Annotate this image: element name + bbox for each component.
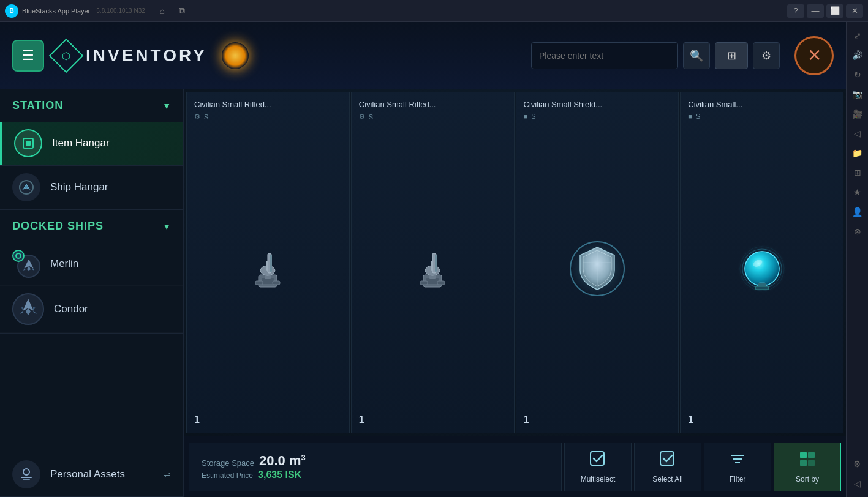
left-sidebar: Station ▼ Item Hangar xyxy=(0,89,184,497)
filter-button[interactable]: ⚙ xyxy=(753,42,780,69)
help-btn[interactable]: ? xyxy=(787,4,804,18)
rs-screenshot-btn[interactable]: 📷 xyxy=(849,86,866,103)
bottom-bar: Storage Space 20.0 m3 Estimated Price 3,… xyxy=(184,436,846,497)
titlebar-nav: ⌂ ⧉ xyxy=(155,4,189,18)
sort-by-label: Sort by xyxy=(796,475,819,484)
filter-button-bottom[interactable]: Filter xyxy=(704,443,771,491)
home-nav-btn[interactable]: ⌂ xyxy=(155,4,170,18)
docked-chevron-icon: ▼ xyxy=(162,222,171,231)
rs-back-btn[interactable]: ◁ xyxy=(849,125,866,142)
rs-layers-btn[interactable]: ⊞ xyxy=(849,164,866,181)
rs-fullscreen-btn[interactable]: ⤢ xyxy=(849,27,866,44)
personal-assets-item[interactable]: Personal Assets ⇌ xyxy=(0,453,183,496)
ship-hangar-item[interactable]: Ship Hangar xyxy=(0,166,183,209)
view-toggle-button[interactable]: ⊞ xyxy=(715,42,748,69)
svg-rect-43 xyxy=(800,460,807,466)
item-meta-icon-3: ■ xyxy=(688,113,692,120)
item-image-2 xyxy=(524,125,671,412)
item-hangar-icon xyxy=(14,129,42,157)
rs-settings-btn[interactable]: ⚙ xyxy=(849,455,866,473)
svg-rect-41 xyxy=(800,452,807,458)
item-name-2: Civilian Small Shield... xyxy=(524,100,671,109)
multiselect-icon xyxy=(589,450,606,471)
storage-info: Storage Space 20.0 m3 Estimated Price 3,… xyxy=(189,443,562,491)
select-all-icon xyxy=(659,450,676,471)
sun-icon xyxy=(222,42,249,69)
station-chevron-icon: ▼ xyxy=(162,101,171,111)
svg-rect-20 xyxy=(435,255,437,272)
multiselect-label: Multiselect xyxy=(581,475,616,484)
svg-rect-36 xyxy=(591,452,604,465)
select-all-button[interactable]: Select All xyxy=(634,443,701,491)
rs-user-btn[interactable]: 👤 xyxy=(849,203,866,220)
titlebar-logo: B BlueStacks App Player 5.8.100.1013 N32 xyxy=(5,4,145,18)
condor-ship-item[interactable]: Condor xyxy=(0,286,183,333)
item-meta-icon-2: ■ xyxy=(524,113,528,120)
menu-button[interactable]: ☰ xyxy=(12,40,44,72)
sort-by-button[interactable]: Sort by xyxy=(774,443,841,491)
rs-cam-btn[interactable]: 🎥 xyxy=(849,105,866,122)
svg-rect-11 xyxy=(270,255,272,272)
item-name-0: Civilian Small Rifled... xyxy=(194,100,342,109)
rs-rotate-btn[interactable]: ↻ xyxy=(849,66,866,83)
header: ☰ ⬡ INVENTORY 🔍 ⊞ ⚙ ✕ xyxy=(0,22,846,89)
svg-rect-13 xyxy=(255,281,263,285)
filter-icon xyxy=(729,450,746,471)
header-logo: ⬡ INVENTORY xyxy=(54,43,207,68)
svg-rect-21 xyxy=(431,261,432,271)
right-sidebar: ⤢ 🔊 ↻ 📷 🎥 ◁ 📁 ⊞ ★ 👤 ⊗ ⚙ ◁ xyxy=(846,22,868,497)
item-image-0 xyxy=(194,125,342,412)
window-close-btn[interactable]: ✕ xyxy=(846,4,863,18)
svg-rect-22 xyxy=(420,281,428,285)
rs-folder-btn[interactable]: 📁 xyxy=(849,144,866,162)
sliders-icon: ⚙ xyxy=(761,49,771,62)
item-card-2[interactable]: Civilian Small Shield... ■ S xyxy=(516,92,679,433)
item-count-3: 1 xyxy=(688,414,836,425)
docked-ships-header[interactable]: Docked Ships ▼ xyxy=(0,210,183,242)
grid-icon: ⊞ xyxy=(727,49,736,62)
item-name-1: Civilian Small Rifled... xyxy=(359,100,507,109)
search-button[interactable]: 🔍 xyxy=(683,42,710,69)
rs-arrow-btn[interactable]: ◁ xyxy=(849,475,866,492)
ship-hangar-label: Ship Hangar xyxy=(50,181,108,193)
titlebar-version: 5.8.100.1013 N32 xyxy=(96,7,145,14)
restore-btn[interactable]: ⬜ xyxy=(826,4,843,18)
price-value: 3,635 ISK xyxy=(258,469,301,480)
minimize-btn[interactable]: — xyxy=(807,4,824,18)
item-card-1[interactable]: Civilian Small Rifled... ⚙ S xyxy=(351,92,515,433)
rs-volume-btn[interactable]: 🔊 xyxy=(849,47,866,64)
docked-ships-title: Docked Ships xyxy=(12,220,104,233)
personal-assets-label: Personal Assets xyxy=(50,468,125,480)
merlin-label: Merlin xyxy=(50,258,78,270)
back-nav-btn[interactable]: ⧉ xyxy=(175,4,189,18)
sort-icon xyxy=(799,450,816,471)
price-label: Estimated Price xyxy=(202,471,253,480)
item-image-3 xyxy=(688,125,836,412)
station-title: Station xyxy=(12,99,63,112)
station-header[interactable]: Station ▼ xyxy=(0,89,183,122)
items-grid: Civilian Small Rifled... ⚙ S xyxy=(184,89,846,436)
close-button[interactable]: ✕ xyxy=(794,36,834,75)
item-meta-0: ⚙ S xyxy=(194,113,342,121)
item-size-2: S xyxy=(531,113,535,120)
search-input[interactable] xyxy=(531,42,678,69)
item-count-2: 1 xyxy=(524,414,671,425)
multiselect-button[interactable]: Multiselect xyxy=(564,443,632,491)
item-card-0[interactable]: Civilian Small Rifled... ⚙ S xyxy=(186,92,350,433)
item-card-3[interactable]: Civilian Small... ■ S xyxy=(680,92,843,433)
item-size-0: S xyxy=(204,113,208,121)
item-hangar-item[interactable]: Item Hangar xyxy=(0,122,183,165)
docked-ships-section: Docked Ships ▼ xyxy=(0,210,183,334)
svg-rect-42 xyxy=(808,452,815,458)
rs-star-btn[interactable]: ★ xyxy=(849,184,866,201)
rs-stack-btn[interactable]: ⊗ xyxy=(849,223,866,240)
merlin-ship-item[interactable]: Merlin xyxy=(0,242,183,286)
item-meta-icon-1: ⚙ xyxy=(359,113,365,121)
station-section: Station ▼ Item Hangar xyxy=(0,89,183,166)
svg-point-3 xyxy=(23,469,29,475)
svg-rect-4 xyxy=(21,477,32,478)
header-search: 🔍 ⊞ ⚙ ✕ xyxy=(531,36,834,75)
svg-rect-14 xyxy=(273,281,280,285)
condor-ship-icon xyxy=(12,293,44,325)
inventory-logo-icon: ⬡ xyxy=(49,38,84,73)
